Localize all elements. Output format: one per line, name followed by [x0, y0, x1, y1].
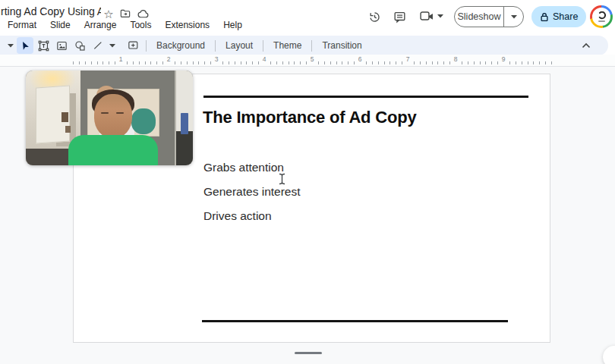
select-cursor-icon: [20, 40, 31, 52]
avatar-logo: [592, 8, 610, 26]
textbox-tool[interactable]: [35, 37, 52, 54]
account-avatar[interactable]: [590, 5, 613, 28]
webcam-right-furniture: [176, 131, 193, 165]
ruler-tick: [324, 61, 325, 64]
slideshow-split-button: Slideshow: [454, 6, 524, 27]
ruler-tick: [491, 61, 492, 64]
image-tool[interactable]: [53, 37, 70, 54]
line-icon: [92, 39, 104, 52]
text-cursor-icon: [278, 173, 286, 185]
share-button[interactable]: Share: [531, 6, 586, 27]
ruler-tick: [162, 61, 163, 64]
google-slides-app: { "header": { "doc_title": "rting Ad Cop…: [0, 0, 615, 364]
videocam-button[interactable]: [419, 10, 443, 22]
ruler-tick: [241, 61, 241, 64]
menu-bar: Format Slide Arrange Tools Extensions He…: [6, 19, 244, 31]
ruler: 123456789: [0, 55, 615, 67]
ruler-tick: [533, 61, 534, 64]
ruler-tick: [342, 61, 342, 64]
ruler-tick: [156, 61, 157, 64]
ruler-tick: [115, 61, 115, 64]
ruler-number: 1: [119, 55, 123, 63]
presenter-brow: [101, 112, 109, 114]
toolbar-separator: [215, 40, 216, 52]
ruler-number: 4: [263, 55, 266, 63]
photo-baby-blanket: [131, 108, 156, 134]
ruler-tick: [73, 61, 74, 64]
ruler-tick: [175, 61, 175, 64]
caret-down-icon[interactable]: [108, 44, 117, 48]
top-bar: rting Ad Copy Using AI ☆ Format Slide Ar…: [0, 0, 615, 34]
menu-tools[interactable]: Tools: [128, 19, 153, 31]
version-history-icon[interactable]: [367, 10, 382, 24]
canvas-scrollbar-handle[interactable]: [295, 352, 322, 354]
shape-tool[interactable]: [71, 37, 88, 54]
bullet-line[interactable]: Drives action: [203, 209, 301, 223]
ruler-tick: [396, 61, 396, 64]
comment-icon[interactable]: [393, 10, 407, 24]
ruler-tick: [91, 61, 92, 64]
toolbar: Background Layout Theme Transition: [0, 36, 608, 55]
ruler-tick: [372, 61, 373, 64]
menu-format[interactable]: Format: [6, 19, 38, 31]
bullet-line[interactable]: Generates interest: [203, 184, 301, 199]
floating-button-partial[interactable]: [603, 346, 615, 364]
menu-arrange[interactable]: Arrange: [83, 19, 118, 31]
shape-icon: [74, 39, 87, 52]
ruler-tick: [306, 61, 307, 64]
menu-help[interactable]: Help: [222, 19, 244, 31]
add-comment-icon: [127, 39, 140, 52]
ruler-tick: [522, 61, 522, 64]
textbox-icon: [37, 39, 50, 52]
ruler-tick: [348, 61, 348, 64]
webcam-overlay[interactable]: [26, 71, 193, 165]
transition-button[interactable]: Transition: [315, 36, 368, 55]
layout-button[interactable]: Layout: [219, 36, 260, 55]
ruler-tick: [366, 61, 367, 64]
ruler-tick: [551, 61, 552, 64]
ruler-number: 8: [454, 55, 458, 63]
presenter-brow: [116, 112, 124, 114]
ruler-tick: [468, 61, 468, 64]
collapse-menus-button[interactable]: [578, 37, 594, 54]
slide-body-text[interactable]: Grabs attention Generates interest Drive…: [203, 160, 301, 223]
webcam-wall-frame: [62, 112, 68, 122]
toolbar-separator: [311, 40, 312, 52]
ruler-tick: [294, 61, 295, 64]
menu-extensions[interactable]: Extensions: [163, 19, 211, 31]
ruler-tick: [252, 61, 253, 64]
ruler-tick: [145, 61, 146, 64]
slide-title[interactable]: The Importance of Ad Copy: [203, 108, 416, 127]
image-icon: [55, 39, 68, 52]
ruler-tick: [432, 61, 433, 64]
ruler-number: 9: [502, 55, 506, 63]
ruler-tick: [300, 61, 301, 64]
ruler-tick: [127, 61, 128, 64]
ruler-tick: [443, 61, 444, 64]
menu-slide[interactable]: Slide: [49, 19, 72, 31]
ruler-tick: [276, 61, 277, 64]
ruler-tick: [270, 61, 271, 64]
line-tool[interactable]: [90, 37, 106, 54]
caret-down-icon[interactable]: [6, 44, 15, 48]
select-tool[interactable]: [17, 37, 33, 54]
slideshow-dropdown[interactable]: [503, 7, 523, 27]
document-title[interactable]: rting Ad Copy Using AI: [1, 5, 101, 17]
background-button[interactable]: Background: [150, 36, 212, 55]
footer-rule-line[interactable]: [202, 320, 508, 322]
ruler-tick: [229, 61, 229, 64]
ruler-tick: [150, 61, 151, 64]
ruler-tick: [390, 61, 390, 64]
top-right-actions: Slideshow Share: [366, 0, 615, 34]
ruler-tick: [109, 61, 109, 64]
ruler-tick: [282, 61, 283, 64]
ruler-tick: [462, 61, 462, 64]
ruler-number: 3: [215, 55, 219, 63]
slideshow-button[interactable]: Slideshow: [455, 7, 503, 27]
ruler-tick: [426, 61, 427, 64]
add-comment-tool[interactable]: [125, 37, 141, 54]
title-rule-line[interactable]: [203, 96, 528, 98]
ruler-tick: [133, 61, 134, 64]
share-label: Share: [553, 11, 578, 22]
theme-button[interactable]: Theme: [266, 36, 308, 55]
